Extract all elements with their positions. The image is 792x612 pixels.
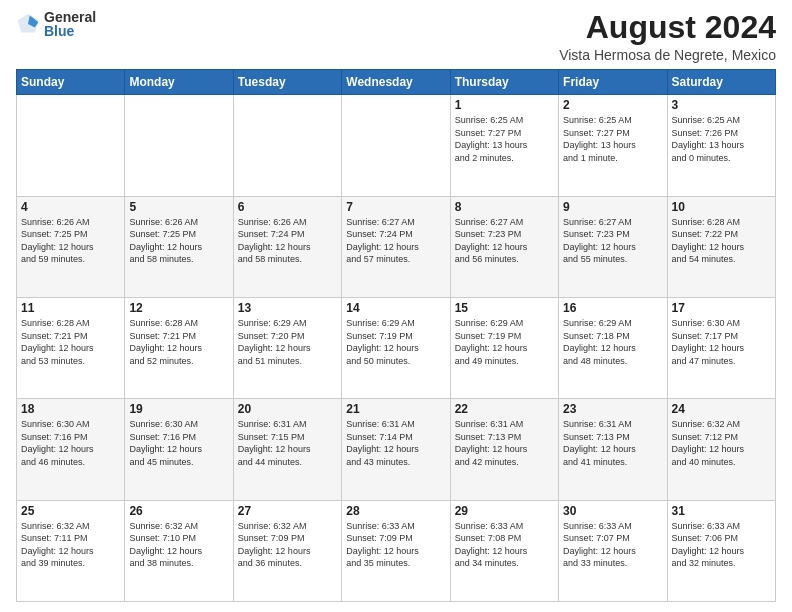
col-thursday: Thursday [450,70,558,95]
day-number: 3 [672,98,771,112]
calendar-cell-w5-d3: 27Sunrise: 6:32 AM Sunset: 7:09 PM Dayli… [233,500,341,601]
day-info: Sunrise: 6:25 AM Sunset: 7:27 PM Dayligh… [563,114,662,164]
day-info: Sunrise: 6:33 AM Sunset: 7:08 PM Dayligh… [455,520,554,570]
logo-icon [16,12,40,36]
week-row-1: 1Sunrise: 6:25 AM Sunset: 7:27 PM Daylig… [17,95,776,196]
day-number: 26 [129,504,228,518]
day-info: Sunrise: 6:33 AM Sunset: 7:07 PM Dayligh… [563,520,662,570]
day-number: 19 [129,402,228,416]
header-row: Sunday Monday Tuesday Wednesday Thursday… [17,70,776,95]
col-tuesday: Tuesday [233,70,341,95]
day-number: 24 [672,402,771,416]
day-info: Sunrise: 6:33 AM Sunset: 7:09 PM Dayligh… [346,520,445,570]
day-number: 10 [672,200,771,214]
day-number: 6 [238,200,337,214]
calendar-cell-w3-d3: 13Sunrise: 6:29 AM Sunset: 7:20 PM Dayli… [233,297,341,398]
header: General Blue August 2024 Vista Hermosa d… [16,10,776,63]
day-info: Sunrise: 6:31 AM Sunset: 7:14 PM Dayligh… [346,418,445,468]
col-saturday: Saturday [667,70,775,95]
day-info: Sunrise: 6:30 AM Sunset: 7:17 PM Dayligh… [672,317,771,367]
calendar-cell-w1-d4 [342,95,450,196]
week-row-5: 25Sunrise: 6:32 AM Sunset: 7:11 PM Dayli… [17,500,776,601]
day-number: 27 [238,504,337,518]
logo: General Blue [16,10,96,38]
calendar-cell-w1-d6: 2Sunrise: 6:25 AM Sunset: 7:27 PM Daylig… [559,95,667,196]
day-info: Sunrise: 6:26 AM Sunset: 7:25 PM Dayligh… [21,216,120,266]
day-number: 13 [238,301,337,315]
day-number: 25 [21,504,120,518]
calendar-cell-w1-d3 [233,95,341,196]
day-info: Sunrise: 6:26 AM Sunset: 7:24 PM Dayligh… [238,216,337,266]
day-info: Sunrise: 6:27 AM Sunset: 7:23 PM Dayligh… [455,216,554,266]
calendar-cell-w4-d5: 22Sunrise: 6:31 AM Sunset: 7:13 PM Dayli… [450,399,558,500]
day-info: Sunrise: 6:31 AM Sunset: 7:13 PM Dayligh… [455,418,554,468]
main-title: August 2024 [559,10,776,45]
calendar-cell-w3-d2: 12Sunrise: 6:28 AM Sunset: 7:21 PM Dayli… [125,297,233,398]
calendar-cell-w2-d6: 9Sunrise: 6:27 AM Sunset: 7:23 PM Daylig… [559,196,667,297]
calendar-cell-w4-d7: 24Sunrise: 6:32 AM Sunset: 7:12 PM Dayli… [667,399,775,500]
day-number: 28 [346,504,445,518]
day-info: Sunrise: 6:28 AM Sunset: 7:22 PM Dayligh… [672,216,771,266]
calendar-cell-w1-d5: 1Sunrise: 6:25 AM Sunset: 7:27 PM Daylig… [450,95,558,196]
calendar-table: Sunday Monday Tuesday Wednesday Thursday… [16,69,776,602]
calendar-cell-w1-d2 [125,95,233,196]
week-row-3: 11Sunrise: 6:28 AM Sunset: 7:21 PM Dayli… [17,297,776,398]
calendar-cell-w1-d7: 3Sunrise: 6:25 AM Sunset: 7:26 PM Daylig… [667,95,775,196]
calendar-cell-w4-d1: 18Sunrise: 6:30 AM Sunset: 7:16 PM Dayli… [17,399,125,500]
day-info: Sunrise: 6:28 AM Sunset: 7:21 PM Dayligh… [129,317,228,367]
title-area: August 2024 Vista Hermosa de Negrete, Me… [559,10,776,63]
col-sunday: Sunday [17,70,125,95]
logo-general-text: General [44,10,96,24]
calendar-cell-w3-d1: 11Sunrise: 6:28 AM Sunset: 7:21 PM Dayli… [17,297,125,398]
day-info: Sunrise: 6:32 AM Sunset: 7:09 PM Dayligh… [238,520,337,570]
day-number: 15 [455,301,554,315]
calendar-cell-w3-d7: 17Sunrise: 6:30 AM Sunset: 7:17 PM Dayli… [667,297,775,398]
col-monday: Monday [125,70,233,95]
subtitle: Vista Hermosa de Negrete, Mexico [559,47,776,63]
day-number: 14 [346,301,445,315]
day-info: Sunrise: 6:30 AM Sunset: 7:16 PM Dayligh… [129,418,228,468]
day-number: 4 [21,200,120,214]
col-friday: Friday [559,70,667,95]
day-number: 5 [129,200,228,214]
day-info: Sunrise: 6:27 AM Sunset: 7:23 PM Dayligh… [563,216,662,266]
day-number: 23 [563,402,662,416]
calendar-cell-w3-d6: 16Sunrise: 6:29 AM Sunset: 7:18 PM Dayli… [559,297,667,398]
day-number: 29 [455,504,554,518]
day-number: 21 [346,402,445,416]
calendar-cell-w5-d4: 28Sunrise: 6:33 AM Sunset: 7:09 PM Dayli… [342,500,450,601]
day-number: 7 [346,200,445,214]
day-number: 1 [455,98,554,112]
day-info: Sunrise: 6:33 AM Sunset: 7:06 PM Dayligh… [672,520,771,570]
day-number: 12 [129,301,228,315]
calendar-body: 1Sunrise: 6:25 AM Sunset: 7:27 PM Daylig… [17,95,776,602]
col-wednesday: Wednesday [342,70,450,95]
day-info: Sunrise: 6:25 AM Sunset: 7:27 PM Dayligh… [455,114,554,164]
day-number: 20 [238,402,337,416]
calendar-cell-w2-d3: 6Sunrise: 6:26 AM Sunset: 7:24 PM Daylig… [233,196,341,297]
day-info: Sunrise: 6:32 AM Sunset: 7:10 PM Dayligh… [129,520,228,570]
calendar-header: Sunday Monday Tuesday Wednesday Thursday… [17,70,776,95]
calendar-cell-w5-d7: 31Sunrise: 6:33 AM Sunset: 7:06 PM Dayli… [667,500,775,601]
day-number: 18 [21,402,120,416]
logo-blue-text: Blue [44,24,96,38]
day-number: 11 [21,301,120,315]
week-row-2: 4Sunrise: 6:26 AM Sunset: 7:25 PM Daylig… [17,196,776,297]
day-info: Sunrise: 6:30 AM Sunset: 7:16 PM Dayligh… [21,418,120,468]
day-number: 9 [563,200,662,214]
day-number: 17 [672,301,771,315]
day-number: 2 [563,98,662,112]
calendar-cell-w3-d4: 14Sunrise: 6:29 AM Sunset: 7:19 PM Dayli… [342,297,450,398]
calendar-cell-w5-d6: 30Sunrise: 6:33 AM Sunset: 7:07 PM Dayli… [559,500,667,601]
calendar-cell-w3-d5: 15Sunrise: 6:29 AM Sunset: 7:19 PM Dayli… [450,297,558,398]
calendar-cell-w5-d2: 26Sunrise: 6:32 AM Sunset: 7:10 PM Dayli… [125,500,233,601]
calendar-cell-w2-d7: 10Sunrise: 6:28 AM Sunset: 7:22 PM Dayli… [667,196,775,297]
day-info: Sunrise: 6:25 AM Sunset: 7:26 PM Dayligh… [672,114,771,164]
day-info: Sunrise: 6:29 AM Sunset: 7:20 PM Dayligh… [238,317,337,367]
calendar-cell-w4-d6: 23Sunrise: 6:31 AM Sunset: 7:13 PM Dayli… [559,399,667,500]
calendar-cell-w4-d4: 21Sunrise: 6:31 AM Sunset: 7:14 PM Dayli… [342,399,450,500]
day-number: 30 [563,504,662,518]
day-number: 22 [455,402,554,416]
calendar-cell-w2-d5: 8Sunrise: 6:27 AM Sunset: 7:23 PM Daylig… [450,196,558,297]
calendar-cell-w4-d3: 20Sunrise: 6:31 AM Sunset: 7:15 PM Dayli… [233,399,341,500]
